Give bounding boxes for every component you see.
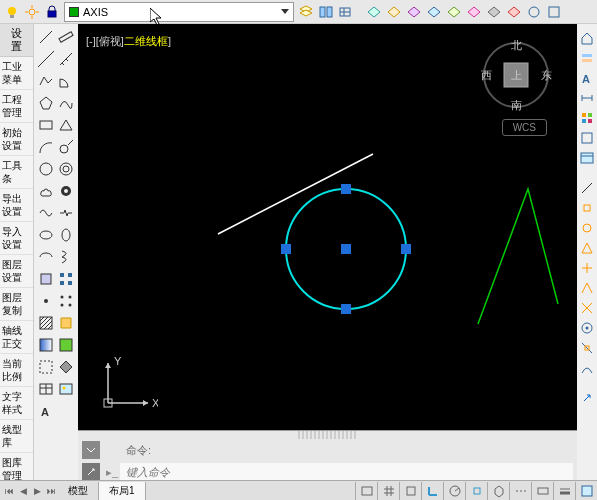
table-icon[interactable] [36, 379, 56, 399]
status-snap-icon[interactable] [399, 482, 421, 500]
point-icon[interactable] [36, 291, 56, 311]
snap3-icon[interactable] [578, 239, 596, 257]
snap2-icon[interactable] [578, 219, 596, 237]
gradient-icon[interactable] [36, 335, 56, 355]
layer-tool-2-icon[interactable] [385, 3, 403, 21]
status-qp-icon[interactable] [575, 482, 597, 500]
layer-tool-5-icon[interactable] [445, 3, 463, 21]
spline-icon[interactable] [36, 203, 56, 223]
text-icon[interactable]: A [36, 401, 56, 421]
cmd-tool-icon[interactable] [82, 463, 100, 481]
xline-icon[interactable] [36, 49, 56, 69]
menu-item-5[interactable]: 导入设置 [0, 222, 33, 255]
layer-tool-3-icon[interactable] [405, 3, 423, 21]
ring-icon[interactable] [56, 159, 76, 179]
tab-layout1[interactable]: 布局1 [99, 482, 146, 500]
tangent-icon[interactable] [56, 137, 76, 157]
tab-model[interactable]: 模型 [58, 482, 99, 500]
menu-item-7[interactable]: 图层复制 [0, 288, 33, 321]
text2-icon[interactable]: A [578, 69, 596, 87]
snap9-icon[interactable] [578, 359, 596, 377]
wcs-badge[interactable]: WCS [502, 119, 547, 136]
ruler-icon[interactable] [56, 27, 76, 47]
menu-item-9[interactable]: 当前比例 [0, 354, 33, 387]
status-polar-icon[interactable] [443, 482, 465, 500]
tab-prev-icon[interactable]: ◀ [16, 484, 30, 498]
layer-tool-9-icon[interactable] [525, 3, 543, 21]
snap7-icon[interactable] [578, 319, 596, 337]
dist-icon[interactable] [578, 179, 596, 197]
status-ortho-icon[interactable] [421, 482, 443, 500]
layer-tool-7-icon[interactable] [485, 3, 503, 21]
revcloud-icon[interactable] [36, 181, 56, 201]
block-icon[interactable] [36, 269, 56, 289]
grid2-icon[interactable] [578, 109, 596, 127]
menu-item-11[interactable]: 线型库 [0, 420, 33, 453]
sun-icon[interactable] [23, 3, 41, 21]
menu-item-10[interactable]: 文字样式 [0, 387, 33, 420]
menu-item-3[interactable]: 工具条 [0, 156, 33, 189]
layers2-icon[interactable] [578, 49, 596, 67]
menu-item-2[interactable]: 初始设置 [0, 123, 33, 156]
layer-tool-8-icon[interactable] [505, 3, 523, 21]
home-icon[interactable] [578, 29, 596, 47]
hatch-icon[interactable] [36, 313, 56, 333]
bulb-icon[interactable] [3, 3, 21, 21]
layer-dropdown[interactable]: AXIS [64, 2, 294, 22]
layers-icon[interactable] [297, 3, 315, 21]
polyline-icon[interactable] [36, 71, 56, 91]
break-icon[interactable] [56, 203, 76, 223]
layer-tool-10-icon[interactable] [545, 3, 563, 21]
snap6-icon[interactable] [578, 299, 596, 317]
menu-item-0[interactable]: 工业菜单 [0, 57, 33, 90]
window-icon[interactable] [578, 149, 596, 167]
palette-icon[interactable] [578, 129, 596, 147]
menu-item-4[interactable]: 导出设置 [0, 189, 33, 222]
status-3dosnap-icon[interactable] [487, 482, 509, 500]
circle-icon[interactable] [36, 159, 56, 179]
drawing-canvas[interactable]: [-][俯视]二维线框] 上 北 南 东 西 WCS X Y [78, 24, 577, 430]
ellipse2-icon[interactable] [56, 225, 76, 245]
ellipse-arc-icon[interactable] [36, 247, 56, 267]
command-input[interactable] [120, 463, 573, 481]
fill-icon[interactable] [56, 335, 76, 355]
status-osnap-icon[interactable] [465, 482, 487, 500]
donut-icon[interactable] [56, 181, 76, 201]
cmd-history-icon[interactable] [82, 441, 100, 459]
image-icon[interactable] [56, 379, 76, 399]
layer-tool-4-icon[interactable] [425, 3, 443, 21]
boundary-icon[interactable] [36, 357, 56, 377]
rectangle-icon[interactable] [36, 115, 56, 135]
status-lwt-icon[interactable] [553, 482, 575, 500]
helix-icon[interactable] [56, 247, 76, 267]
snap1-icon[interactable] [578, 199, 596, 217]
menu-item-1[interactable]: 工程管理 [0, 90, 33, 123]
view-cube[interactable]: 上 北 南 东 西 [480, 39, 552, 113]
snap4-icon[interactable] [578, 259, 596, 277]
measure-icon[interactable] [56, 49, 76, 69]
grip-handle[interactable] [298, 431, 358, 439]
menu-item-6[interactable]: 图层设置 [0, 255, 33, 288]
layer-states-icon[interactable] [317, 3, 335, 21]
snap8-icon[interactable] [578, 339, 596, 357]
arc-icon[interactable] [36, 137, 56, 157]
layer-tool-6-icon[interactable] [465, 3, 483, 21]
status-dyn-icon[interactable] [531, 482, 553, 500]
array-icon[interactable] [56, 269, 76, 289]
ellipse-icon[interactable] [36, 225, 56, 245]
menu-item-8[interactable]: 轴线正交 [0, 321, 33, 354]
tab-next-icon[interactable]: ▶ [30, 484, 44, 498]
layer-match-icon[interactable] [337, 3, 355, 21]
status-otrack-icon[interactable] [509, 482, 531, 500]
grid-icon[interactable] [56, 291, 76, 311]
arrow-icon[interactable] [578, 389, 596, 407]
polygon-icon[interactable] [36, 93, 56, 113]
triangle-icon[interactable] [56, 115, 76, 135]
region-icon[interactable] [56, 313, 76, 333]
dim-icon[interactable] [578, 89, 596, 107]
line-icon[interactable] [36, 27, 56, 47]
status-model-icon[interactable] [355, 482, 377, 500]
spline-tool-icon[interactable] [56, 93, 76, 113]
door-icon[interactable] [56, 71, 76, 91]
layer-tool-1-icon[interactable] [365, 3, 383, 21]
